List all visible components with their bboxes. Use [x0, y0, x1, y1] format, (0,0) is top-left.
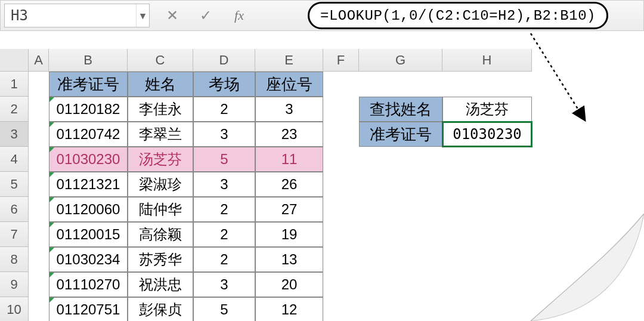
cell-F2[interactable] [323, 97, 359, 122]
cell-B4[interactable]: 01030230 [49, 147, 128, 172]
cell-C9[interactable]: 祝洪忠 [128, 272, 193, 297]
cell-B3[interactable]: 01120742 [49, 122, 128, 147]
formula-text: =LOOKUP(1,0/(C2:C10=H2),B2:B10) [320, 8, 596, 24]
cell-C5[interactable]: 梁淑珍 [128, 172, 193, 197]
row-header-4[interactable]: 4 [0, 147, 29, 172]
cell-E7[interactable]: 19 [255, 222, 323, 247]
cell-B2[interactable]: 01120182 [49, 97, 128, 122]
cell-C7[interactable]: 高徐颖 [128, 222, 193, 247]
row-header-8[interactable]: 8 [0, 247, 29, 272]
row-header-1[interactable]: 1 [0, 72, 29, 97]
cell-A3[interactable] [29, 122, 49, 147]
row-header-6[interactable]: 6 [0, 197, 29, 222]
formula-input[interactable]: =LOOKUP(1,0/(C2:C10=H2),B2:B10) [308, 2, 608, 29]
column-header-E[interactable]: E [255, 49, 323, 72]
cell-D7[interactable]: 2 [193, 222, 255, 247]
cell-B10[interactable]: 01120751 [49, 297, 128, 321]
lookup-id-label[interactable]: 准考证号 [359, 122, 442, 147]
column-header-C[interactable]: C [128, 49, 193, 72]
cell-A8[interactable] [29, 247, 49, 272]
cell-E9[interactable]: 20 [255, 272, 323, 297]
cancel-formula-button[interactable]: ✕ [164, 7, 181, 24]
cell-D3[interactable]: 3 [193, 122, 255, 147]
column-headers: ABCDEFGH [29, 49, 532, 72]
row-header-5[interactable]: 5 [0, 172, 29, 197]
cell-B9[interactable]: 01110270 [49, 272, 128, 297]
cell-D2[interactable]: 2 [193, 97, 255, 122]
cell-A7[interactable] [29, 222, 49, 247]
cell-E6[interactable]: 27 [255, 197, 323, 222]
cell-F3[interactable] [323, 122, 359, 147]
column-header-H[interactable]: H [442, 49, 532, 72]
column-header-D[interactable]: D [193, 49, 255, 72]
cell-A10[interactable] [29, 297, 49, 321]
cell-A5[interactable] [29, 172, 49, 197]
chevron-down-icon: ▾ [138, 7, 147, 24]
check-icon: ✓ [200, 7, 212, 23]
cell-E3[interactable]: 23 [255, 122, 323, 147]
cell-F10[interactable] [323, 297, 359, 321]
cell-D5[interactable]: 3 [193, 172, 255, 197]
cell-A9[interactable] [29, 272, 49, 297]
cell-C4[interactable]: 汤芝芬 [128, 147, 193, 172]
cell-C8[interactable]: 苏秀华 [128, 247, 193, 272]
cell-F5[interactable] [323, 172, 359, 197]
column-header-F[interactable]: F [323, 49, 359, 72]
cell-A2[interactable] [29, 97, 49, 122]
cell-D6[interactable]: 2 [193, 197, 255, 222]
header-B[interactable]: 准考证号 [49, 72, 128, 97]
callout-arrow [525, 31, 596, 126]
cell-E8[interactable]: 13 [255, 247, 323, 272]
column-header-B[interactable]: B [49, 49, 128, 72]
row-headers: 12345678910 [0, 72, 29, 321]
cell-D9[interactable]: 3 [193, 272, 255, 297]
cell-E10[interactable]: 12 [255, 297, 323, 321]
fx-label: fx [234, 8, 244, 23]
cell-F6[interactable] [323, 197, 359, 222]
cell-B5[interactable]: 01121321 [49, 172, 128, 197]
cell-E4[interactable]: 11 [255, 147, 323, 172]
cell-B7[interactable]: 01120015 [49, 222, 128, 247]
cell-C2[interactable]: 李佳永 [128, 97, 193, 122]
name-box[interactable]: H3 ▾ [4, 4, 150, 27]
cell-F8[interactable] [323, 247, 359, 272]
cell-H3[interactable]: 01030230 [442, 122, 532, 147]
insert-function-button[interactable]: fx [231, 8, 247, 23]
select-all-corner[interactable] [0, 49, 29, 72]
cell-C10[interactable]: 彭保贞 [128, 297, 193, 321]
cell-D4[interactable]: 5 [193, 147, 255, 172]
header-D[interactable]: 考场 [193, 72, 255, 97]
row-header-9[interactable]: 9 [0, 272, 29, 297]
lookup-name-label[interactable]: 查找姓名 [359, 97, 442, 122]
column-header-A[interactable]: A [29, 49, 49, 72]
row-header-10[interactable]: 10 [0, 297, 29, 321]
name-box-dropdown[interactable]: ▾ [136, 4, 149, 27]
column-header-G[interactable]: G [359, 49, 442, 72]
page-curl-decoration [513, 214, 644, 321]
row-header-3[interactable]: 3 [0, 122, 29, 147]
cell-B8[interactable]: 01030234 [49, 247, 128, 272]
cell-C3[interactable]: 李翠兰 [128, 122, 193, 147]
name-box-value: H3 [11, 7, 28, 24]
cell-A6[interactable] [29, 197, 49, 222]
cell-E5[interactable]: 26 [255, 172, 323, 197]
cell-C6[interactable]: 陆仲华 [128, 197, 193, 222]
cell-F7[interactable] [323, 222, 359, 247]
header-E[interactable]: 座位号 [255, 72, 323, 97]
close-icon: ✕ [166, 7, 178, 23]
cell-F4[interactable] [323, 147, 359, 172]
accept-formula-button[interactable]: ✓ [197, 7, 214, 24]
lookup-name-value[interactable]: 汤芝芬 [442, 97, 532, 122]
formula-bar: H3 ▾ ✕ ✓ fx =LOOKUP(1,0/(C2:C10=H2),B2:B… [0, 0, 644, 31]
cell-E2[interactable]: 3 [255, 97, 323, 122]
cell-F9[interactable] [323, 272, 359, 297]
cell-A1[interactable] [29, 72, 49, 97]
cell-B6[interactable]: 01120060 [49, 197, 128, 222]
row-header-2[interactable]: 2 [0, 97, 29, 122]
cell-D8[interactable]: 2 [193, 247, 255, 272]
cell-D10[interactable]: 5 [193, 297, 255, 321]
cell-A4[interactable] [29, 147, 49, 172]
header-C[interactable]: 姓名 [128, 72, 193, 97]
row-header-7[interactable]: 7 [0, 222, 29, 247]
